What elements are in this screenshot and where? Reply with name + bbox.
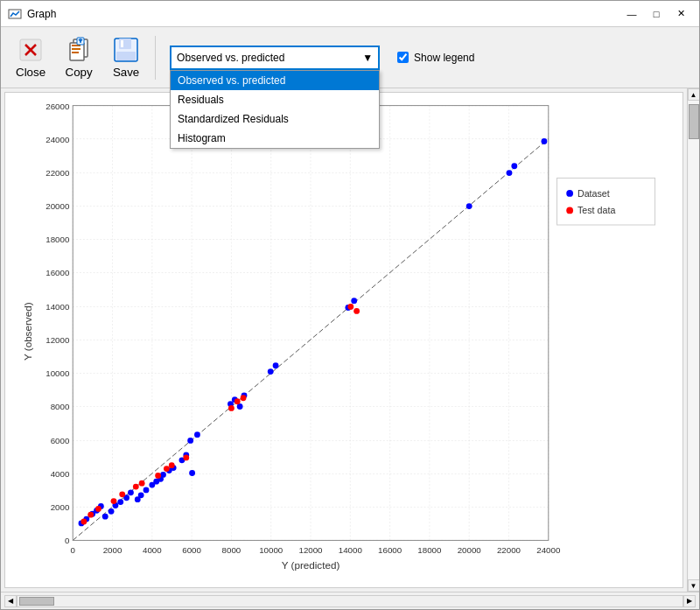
copy-label: Copy bbox=[66, 66, 93, 79]
svg-point-121 bbox=[234, 398, 241, 404]
svg-point-120 bbox=[228, 405, 234, 411]
minimize-button[interactable]: — bbox=[620, 5, 643, 23]
svg-text:10000: 10000 bbox=[46, 368, 70, 378]
svg-text:16000: 16000 bbox=[378, 545, 402, 555]
dropdown-item-2[interactable]: Standardized Residuals bbox=[171, 109, 379, 129]
svg-text:24000: 24000 bbox=[46, 135, 70, 144]
y-axis: 0 2000 4000 6000 8000 10000 bbox=[46, 102, 549, 546]
scroll-right-arrow[interactable]: ▶ bbox=[683, 595, 696, 607]
svg-point-106 bbox=[507, 170, 513, 176]
show-legend-area: Show legend bbox=[397, 52, 474, 64]
svg-text:20000: 20000 bbox=[46, 201, 70, 211]
svg-point-117 bbox=[164, 466, 170, 472]
show-legend-label[interactable]: Show legend bbox=[414, 52, 474, 64]
svg-point-116 bbox=[155, 473, 161, 479]
dropdown-item-3[interactable]: Histogram bbox=[171, 129, 379, 148]
svg-text:24000: 24000 bbox=[536, 545, 561, 555]
svg-point-113 bbox=[119, 491, 125, 497]
svg-point-112 bbox=[111, 498, 117, 504]
svg-text:26000: 26000 bbox=[46, 102, 70, 111]
svg-text:12000: 12000 bbox=[298, 545, 323, 555]
svg-rect-8 bbox=[72, 52, 79, 53]
save-icon bbox=[112, 36, 140, 64]
dropdown-item-0[interactable]: Observed vs. predicted bbox=[171, 71, 379, 90]
copy-button[interactable]: Copy bbox=[57, 32, 101, 83]
svg-point-85 bbox=[144, 487, 150, 494]
svg-text:2000: 2000 bbox=[51, 502, 70, 512]
svg-text:0: 0 bbox=[71, 545, 76, 555]
svg-point-95 bbox=[187, 438, 193, 444]
svg-point-105 bbox=[466, 203, 472, 209]
svg-text:16000: 16000 bbox=[46, 268, 70, 277]
svg-text:18000: 18000 bbox=[417, 545, 442, 555]
svg-point-96 bbox=[194, 431, 200, 438]
legend-dataset-label: Dataset bbox=[578, 188, 610, 199]
svg-text:18000: 18000 bbox=[46, 235, 70, 244]
separator bbox=[155, 36, 156, 80]
status-bar: ◀ ▶ bbox=[1, 592, 699, 609]
chart-type-dropdown-container: Observed vs. predicted ▼ Observed vs. pr… bbox=[170, 46, 380, 70]
svg-text:20000: 20000 bbox=[458, 545, 482, 555]
scroll-v-thumb[interactable] bbox=[689, 104, 699, 139]
svg-rect-7 bbox=[72, 48, 80, 50]
close-button[interactable]: Close bbox=[8, 32, 53, 83]
svg-point-78 bbox=[108, 508, 115, 515]
svg-point-109 bbox=[80, 519, 87, 525]
svg-text:4000: 4000 bbox=[51, 469, 70, 479]
svg-text:4000: 4000 bbox=[143, 545, 162, 555]
show-legend-checkbox[interactable] bbox=[397, 52, 409, 63]
svg-point-108 bbox=[542, 138, 548, 144]
chart-area: 0 2000 4000 6000 8000 10000 bbox=[4, 92, 683, 588]
chart-type-dropdown[interactable]: Observed vs. predicted ▼ bbox=[170, 46, 380, 70]
svg-point-82 bbox=[128, 489, 134, 495]
svg-point-77 bbox=[102, 514, 108, 520]
close-window-button[interactable]: ✕ bbox=[669, 5, 692, 23]
svg-point-118 bbox=[169, 462, 175, 468]
vertical-scrollbar: ▲ ▼ bbox=[687, 88, 699, 592]
title-bar: Graph — □ ✕ bbox=[1, 1, 699, 27]
maximize-button[interactable]: □ bbox=[645, 5, 668, 23]
close-label: Close bbox=[16, 66, 46, 79]
toolbar: Close Copy Save bbox=[1, 27, 699, 88]
svg-rect-13 bbox=[121, 40, 123, 47]
scroll-left-arrow[interactable]: ◀ bbox=[4, 595, 17, 607]
svg-point-114 bbox=[133, 484, 139, 490]
dataset-points bbox=[79, 138, 548, 526]
svg-point-99 bbox=[237, 403, 243, 410]
dropdown-selected: Observed vs. predicted bbox=[177, 52, 284, 64]
legend-testdata-icon bbox=[566, 207, 573, 214]
svg-text:12000: 12000 bbox=[46, 335, 70, 345]
svg-point-101 bbox=[268, 368, 274, 375]
chart-svg: 0 2000 4000 6000 8000 10000 bbox=[5, 93, 682, 587]
svg-point-115 bbox=[139, 480, 145, 487]
dropdown-item-1[interactable]: Residuals bbox=[171, 90, 379, 109]
svg-point-124 bbox=[354, 308, 360, 314]
close-icon bbox=[17, 36, 45, 64]
dropdown-menu: Observed vs. predicted Residuals Standar… bbox=[170, 70, 380, 149]
copy-icon bbox=[65, 36, 93, 64]
svg-point-84 bbox=[138, 492, 144, 498]
legend-testdata-label: Test data bbox=[578, 205, 615, 215]
scroll-h-thumb[interactable] bbox=[19, 597, 54, 606]
main-content: 0 2000 4000 6000 8000 10000 bbox=[1, 88, 699, 592]
horizontal-scrollbar bbox=[17, 595, 683, 607]
svg-text:8000: 8000 bbox=[51, 402, 70, 411]
svg-text:22000: 22000 bbox=[497, 545, 522, 555]
svg-text:8000: 8000 bbox=[222, 545, 242, 555]
svg-point-89 bbox=[160, 472, 166, 478]
svg-rect-14 bbox=[116, 52, 136, 60]
window-icon bbox=[8, 7, 22, 21]
svg-text:14000: 14000 bbox=[46, 302, 70, 312]
save-button[interactable]: Save bbox=[104, 32, 148, 83]
x-axis-label: Y (predicted) bbox=[282, 559, 340, 571]
test-data-points bbox=[80, 304, 360, 524]
svg-point-107 bbox=[511, 163, 517, 169]
legend-box bbox=[557, 178, 655, 225]
dropdown-arrow-icon: ▼ bbox=[362, 52, 373, 64]
svg-point-119 bbox=[183, 455, 189, 461]
scroll-down-arrow[interactable]: ▼ bbox=[688, 579, 700, 592]
svg-point-111 bbox=[95, 506, 102, 512]
scroll-up-arrow[interactable]: ▲ bbox=[688, 88, 700, 101]
svg-text:2000: 2000 bbox=[103, 545, 122, 555]
svg-text:10000: 10000 bbox=[259, 545, 284, 555]
